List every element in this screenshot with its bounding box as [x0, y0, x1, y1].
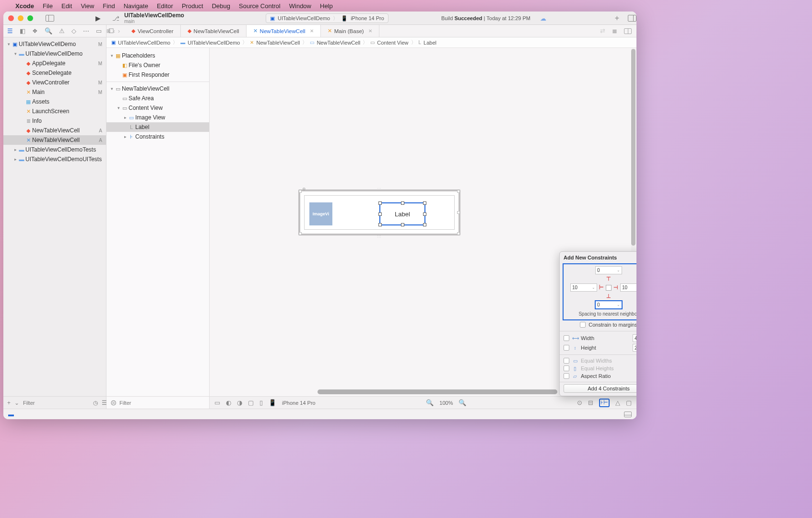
resize-handle[interactable]: [401, 201, 404, 205]
source-control-navigator-icon[interactable]: ◧: [20, 27, 25, 35]
add-editor-icon[interactable]: [624, 28, 632, 34]
left-strut-icon[interactable]: ⊢: [599, 284, 604, 291]
toggle-outline-icon[interactable]: ▭: [214, 399, 220, 406]
tree-row[interactable]: ▾▭Content View: [106, 103, 209, 113]
zoom-in-icon[interactable]: 🔍: [459, 399, 466, 406]
menu-edit[interactable]: Edit: [61, 2, 72, 10]
close-window-button[interactable]: [8, 15, 14, 21]
resize-handle[interactable]: [423, 201, 426, 205]
menu-find[interactable]: Find: [103, 2, 115, 10]
zoom-out-icon[interactable]: 🔍: [426, 399, 434, 406]
close-tab-icon[interactable]: ✕: [368, 28, 372, 34]
debug-navigator-icon[interactable]: ⋯: [83, 27, 89, 35]
constrain-margins-row[interactable]: Constrain to margins: [560, 320, 636, 329]
resize-handle[interactable]: [378, 223, 382, 226]
editor-lines-icon[interactable]: ≣: [612, 27, 617, 35]
disclosure-triangle-icon[interactable]: ▾: [116, 106, 121, 110]
disclosure-triangle-icon[interactable]: ▾: [13, 51, 18, 56]
branch-icon[interactable]: ⎇: [112, 15, 119, 22]
disclosure-triangle-icon[interactable]: ▾: [109, 86, 114, 91]
tree-row[interactable]: LLabel: [106, 122, 209, 132]
device-icon[interactable]: 📱: [269, 399, 276, 406]
issue-navigator-icon[interactable]: ⚠: [59, 27, 65, 35]
tree-row[interactable]: ▾▦Placeholders: [106, 51, 209, 60]
breakpoint-toggle-icon[interactable]: ▬: [8, 411, 14, 418]
top-spacing-input[interactable]: 0⌄: [595, 266, 622, 274]
device-config-icon[interactable]: ▢: [248, 399, 254, 406]
dropdown-icon[interactable]: ⌄: [617, 268, 620, 272]
tab-newtableviewcell-swift[interactable]: ◆NewTableViewCell: [181, 25, 247, 37]
tree-row[interactable]: ▸▬UITableViewCellDemoTests: [3, 145, 106, 154]
tree-row[interactable]: ✕NewTableViewCellA: [3, 135, 106, 145]
embed-icon[interactable]: ▢: [626, 399, 632, 406]
menu-view[interactable]: View: [81, 2, 94, 10]
menu-help[interactable]: Help: [320, 2, 333, 10]
disclosure-triangle-icon[interactable]: ▾: [109, 53, 114, 58]
interface-builder-canvas[interactable]: ⊗ ::: ::: ImageVi Label: [210, 48, 636, 409]
disclosure-triangle-icon[interactable]: ▾: [6, 42, 11, 47]
tree-row[interactable]: ◆SceneDelegate: [3, 68, 106, 78]
appearance-icon[interactable]: ◐: [226, 399, 231, 406]
image-view[interactable]: ImageVi: [309, 202, 332, 225]
nav-back-button[interactable]: ‹: [110, 25, 118, 37]
frame-handle[interactable]: [457, 232, 460, 235]
top-strut-icon[interactable]: ⊤: [606, 276, 611, 282]
horizontal-scrollbar[interactable]: [318, 389, 557, 394]
menu-source-control[interactable]: Source Control: [239, 2, 281, 10]
run-button[interactable]: ▶: [95, 14, 101, 22]
tree-row[interactable]: ◆AppDelegateM: [3, 59, 106, 68]
dropdown-icon[interactable]: ⌄: [617, 303, 620, 307]
bottom-strut-icon[interactable]: ⊥: [606, 293, 611, 299]
resize-handle[interactable]: [378, 201, 382, 205]
orientation-icon[interactable]: ◑: [237, 399, 242, 406]
aspect-ratio-row[interactable]: ▱ Aspect Ratio: [560, 372, 636, 380]
tree-row[interactable]: ≣Info: [3, 116, 106, 126]
menu-window[interactable]: Window: [289, 2, 311, 10]
add-constraints-confirm-button[interactable]: Add 4 Constraints: [564, 384, 636, 393]
add-file-button[interactable]: +: [7, 400, 11, 406]
resize-handle[interactable]: [401, 223, 404, 226]
right-spacing-input[interactable]: 10⌄: [620, 283, 636, 292]
width-input[interactable]: 42⌄: [633, 334, 636, 342]
app-menu[interactable]: Xcode: [15, 2, 34, 10]
tab-viewcontroller[interactable]: ◆ViewController: [125, 25, 181, 37]
recent-filter-icon[interactable]: ◷: [93, 400, 98, 406]
tab-newtableviewcell-xib[interactable]: ✕NewTableViewCell✕: [247, 25, 321, 37]
frame-handle[interactable]: [299, 232, 302, 235]
table-view-cell-frame[interactable]: ⊗ ::: ::: ImageVi Label: [298, 189, 460, 235]
add-constraints-button[interactable]: ⊦⊢: [599, 399, 610, 407]
disclosure-triangle-icon[interactable]: ▸: [13, 157, 18, 162]
test-navigator-icon[interactable]: ◇: [71, 27, 76, 35]
minimize-window-button[interactable]: [18, 15, 24, 21]
related-items-icon[interactable]: ⊞: [106, 25, 110, 37]
scheme-selector[interactable]: ▣ UITableViewCellDemo 〉 📱 iPhone 14 Pro: [266, 13, 388, 23]
resize-handle-bottom[interactable]: :::: [377, 234, 382, 238]
width-row[interactable]: ⟷ Width 42⌄: [560, 333, 636, 343]
find-navigator-icon[interactable]: 🔍: [45, 27, 52, 35]
menu-file[interactable]: File: [43, 2, 53, 10]
zoom-window-button[interactable]: [27, 15, 33, 21]
menu-product[interactable]: Product: [182, 2, 203, 10]
menu-navigate[interactable]: Navigate: [124, 2, 148, 10]
project-title[interactable]: UITableViewCellDemo main: [124, 12, 184, 24]
navigator-filter-input[interactable]: [23, 400, 89, 406]
resize-handle[interactable]: [423, 223, 426, 226]
jump-bar[interactable]: ▣UITableViewCellDemo〉 ▬UITableViewCellDe…: [106, 37, 636, 48]
resolve-issues-icon[interactable]: △: [615, 399, 620, 406]
breakpoint-navigator-icon[interactable]: ▭: [96, 27, 102, 35]
right-strut-icon[interactable]: ⊣: [613, 284, 618, 291]
checkbox[interactable]: [580, 322, 586, 328]
tree-row[interactable]: ◆NewTableViewCellA: [3, 126, 106, 135]
menu-debug[interactable]: Debug: [212, 2, 230, 10]
left-spacing-input[interactable]: 10⌄: [570, 283, 597, 292]
toggle-inspector-icon[interactable]: [628, 15, 636, 22]
bottom-spacing-input[interactable]: 0⌄: [595, 301, 622, 309]
close-scene-icon[interactable]: ⊗: [302, 187, 306, 191]
symbol-navigator-icon[interactable]: ❖: [32, 27, 38, 35]
align-icon[interactable]: ⊟: [588, 399, 593, 406]
height-input[interactable]: 21⌄: [633, 344, 636, 352]
menu-editor[interactable]: Editor: [157, 2, 173, 10]
dropdown-icon[interactable]: ⌄: [592, 285, 595, 290]
zoom-level[interactable]: 100%: [439, 400, 453, 406]
height-row[interactable]: ↕ Height 21⌄: [560, 343, 636, 353]
